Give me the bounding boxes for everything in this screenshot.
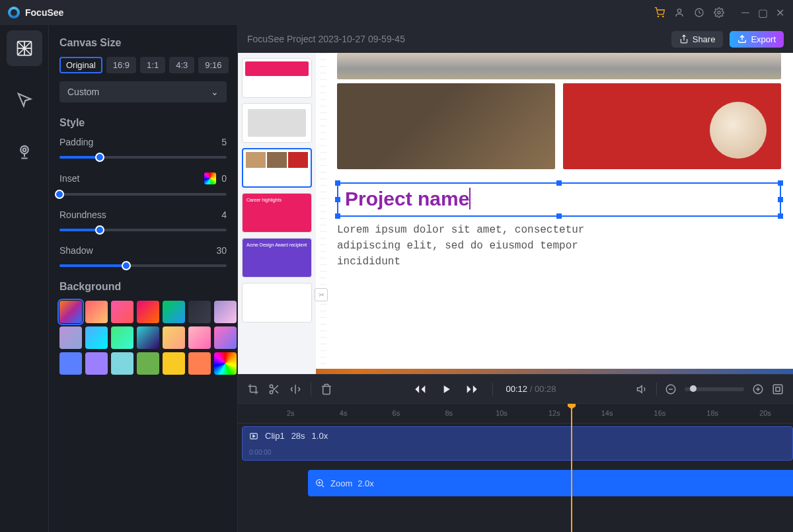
cut-icon[interactable]	[268, 383, 280, 395]
export-button[interactable]: Export	[730, 31, 784, 48]
ratio-1-1[interactable]: 1:1	[140, 57, 165, 73]
background-grid	[59, 301, 227, 375]
ruler	[320, 53, 326, 369]
scissors-off-icon[interactable]: ✂	[315, 288, 328, 301]
svg-point-0	[658, 16, 658, 17]
properties-panel: Canvas Size Original 16:9 1:1 4:3 9:16 C…	[49, 25, 238, 532]
sidebar	[0, 25, 49, 532]
custom-size-dropdown[interactable]: Custom ⌄	[59, 81, 227, 102]
slide-thumb[interactable]	[242, 283, 312, 323]
bg-swatch[interactable]	[85, 301, 108, 323]
inset-label: Inset	[59, 173, 79, 184]
canvas-size-heading: Canvas Size	[59, 37, 227, 49]
rewind-icon[interactable]	[413, 383, 426, 396]
tick-label: 16s	[654, 409, 666, 417]
maximize-icon[interactable]: ▢	[757, 7, 768, 18]
clip-speed: 1.0x	[312, 431, 328, 441]
bg-swatch[interactable]	[214, 326, 237, 349]
bg-swatch[interactable]	[214, 352, 237, 375]
bg-swatch[interactable]	[59, 352, 82, 375]
bg-swatch[interactable]	[163, 301, 185, 323]
inset-slider[interactable]	[59, 188, 227, 200]
style-heading: Style	[59, 117, 227, 129]
ratio-9-16[interactable]: 9:16	[198, 57, 228, 73]
bg-swatch[interactable]	[59, 326, 82, 349]
bg-swatch[interactable]	[137, 301, 159, 323]
shadow-slider[interactable]	[59, 260, 227, 272]
tick-label: 2s	[287, 409, 295, 417]
bg-swatch[interactable]	[137, 352, 159, 375]
close-icon[interactable]: ✕	[774, 7, 785, 18]
ratio-4-3[interactable]: 4:3	[169, 57, 194, 73]
bg-swatch[interactable]	[85, 326, 108, 349]
history-icon[interactable]	[694, 7, 704, 18]
bg-swatch[interactable]	[188, 352, 211, 375]
cart-icon[interactable]	[654, 7, 665, 18]
clip-timestamp: 0:00:00	[249, 449, 271, 456]
padding-label: Padding	[59, 137, 93, 147]
forward-icon[interactable]	[466, 383, 479, 396]
content-topbar: FocuSee Project 2023-10-27 09-59-45 Shar…	[238, 25, 793, 53]
crop-icon[interactable]	[247, 383, 259, 395]
slide-content[interactable]: Project name ✂ Lorem ipsum dolor sit ame…	[316, 53, 793, 369]
time-current: 00:12	[506, 384, 528, 394]
zoom-out-icon[interactable]	[665, 383, 677, 395]
fit-icon[interactable]	[772, 383, 784, 395]
inset-color-icon[interactable]	[204, 172, 216, 184]
share-button[interactable]: Share	[671, 31, 724, 48]
slide-thumb[interactable]	[242, 58, 312, 98]
zoom-in-icon[interactable]	[752, 383, 764, 395]
project-name-text: Project name	[345, 188, 469, 209]
tick-label: 18s	[706, 409, 718, 417]
roundness-value: 4	[221, 209, 227, 220]
bg-swatch[interactable]	[188, 301, 211, 323]
clip-track[interactable]: Clip1 28s 1.0x 0:00:00	[242, 426, 793, 461]
bg-swatch[interactable]	[111, 326, 133, 349]
sidebar-camera-button[interactable]	[7, 133, 42, 169]
text-selection-box[interactable]: Project name	[337, 182, 781, 217]
delete-icon[interactable]	[321, 383, 332, 395]
bg-swatch[interactable]	[188, 326, 211, 349]
slide-image	[563, 83, 781, 169]
bg-swatch[interactable]	[111, 301, 133, 323]
padding-slider[interactable]	[59, 151, 227, 163]
ratio-16-9[interactable]: 16:9	[106, 57, 136, 73]
split-icon[interactable]	[289, 383, 301, 395]
svg-point-6	[20, 146, 28, 154]
timeline[interactable]: 2s4s6s8s10s12s14s16s18s20s Clip1 28s 1.0…	[238, 403, 793, 532]
roundness-slider[interactable]	[59, 224, 227, 236]
chevron-down-icon: ⌄	[211, 87, 219, 97]
slide-thumb[interactable]: Acme Design Award recipient	[242, 238, 312, 278]
user-icon[interactable]	[674, 7, 685, 18]
bg-swatch[interactable]	[163, 352, 185, 375]
bg-swatch[interactable]	[85, 352, 108, 375]
bg-swatch[interactable]	[137, 326, 159, 349]
settings-icon[interactable]	[714, 7, 724, 18]
padding-value: 5	[221, 137, 227, 147]
minimize-icon[interactable]: ─	[740, 7, 751, 18]
zoom-slider[interactable]	[685, 387, 744, 391]
time-ruler[interactable]: 2s4s6s8s10s12s14s16s18s20s	[238, 404, 793, 424]
tick-label: 10s	[496, 409, 508, 417]
slide-thumb[interactable]	[242, 103, 312, 143]
slide-thumb-selected[interactable]	[242, 148, 312, 188]
bg-swatch[interactable]	[214, 301, 237, 323]
playhead[interactable]	[571, 404, 572, 532]
play-icon[interactable]	[439, 383, 453, 396]
svg-point-1	[663, 16, 663, 17]
bg-swatch[interactable]	[59, 301, 82, 323]
app-name: FocuSee	[25, 7, 63, 18]
clip-duration: 28s	[291, 431, 305, 441]
bg-swatch[interactable]	[163, 326, 185, 349]
bg-swatch[interactable]	[111, 352, 133, 375]
ratio-original[interactable]: Original	[59, 57, 102, 73]
roundness-label: Roundness	[59, 209, 106, 220]
sidebar-canvas-button[interactable]	[7, 30, 42, 66]
shadow-label: Shadow	[59, 245, 93, 256]
sidebar-cursor-button[interactable]	[7, 82, 42, 118]
zoom-track[interactable]: Zoom 2.0x	[308, 470, 793, 496]
canvas-preview: Career highlights Acme Design Award reci…	[238, 53, 793, 374]
lorem-text: Lorem ipsum dolor sit amet, consectetur …	[337, 222, 641, 270]
volume-icon[interactable]	[636, 383, 648, 395]
slide-thumb[interactable]: Career highlights	[242, 193, 312, 233]
